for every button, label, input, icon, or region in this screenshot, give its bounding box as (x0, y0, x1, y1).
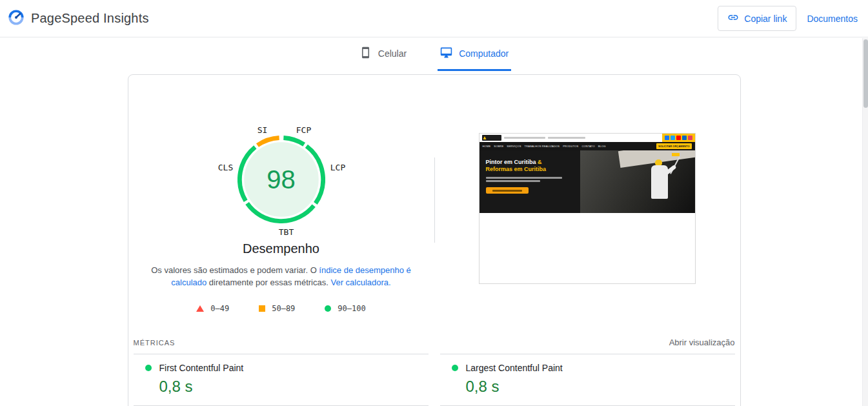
description-text-2: diretamente por essas métricas. (207, 278, 330, 287)
header-actions: Copiar link Documentos (718, 6, 858, 31)
youtube-icon (676, 136, 681, 140)
metrics-header: MÉTRICAS Abrir visualização (128, 338, 740, 347)
copy-link-label: Copiar link (744, 14, 787, 24)
hero-cta-button (486, 187, 529, 194)
text-placeholder-bar (492, 190, 522, 192)
legend-item-pass: 90–100 (325, 304, 365, 313)
tab-desktop[interactable]: Computador (438, 37, 511, 71)
performance-title: Desempenho (243, 241, 319, 256)
photo-painter-figure (649, 159, 678, 211)
tab-mobile[interactable]: Celular (357, 37, 409, 71)
legend-item-fail: 0–49 (196, 304, 229, 313)
metric-lcp: Largest Contentful Paint 0,8 s (440, 354, 735, 405)
twitter-icon (671, 136, 675, 140)
gauge-label-lcp: LCP (330, 163, 345, 172)
thumb-hero-text: Pintor em Curitiba & Reformas em Curitib… (486, 159, 562, 194)
hero-title-line1: Pintor em Curitiba (486, 159, 536, 165)
open-preview-link[interactable]: Abrir visualização (669, 338, 735, 347)
metric-name: First Contentful Paint (159, 363, 244, 373)
metric-value: 0,8 s (466, 378, 735, 396)
legend-fail-range: 0–49 (210, 304, 229, 313)
gauge-label-fcp: FCP (296, 125, 311, 135)
legend-item-average: 50–89 (259, 304, 295, 313)
gauge-label-cls: CLS (218, 163, 233, 172)
metric-fcp: First Contentful Paint 0,8 s (134, 354, 429, 405)
description-text-1: Os valores são estimados e podem variar.… (151, 265, 319, 275)
fail-triangle-icon (196, 305, 204, 312)
painter-body (651, 165, 668, 199)
scrollbar-thumb[interactable] (863, 39, 868, 108)
metrics-grid: First Contentful Paint 0,8 s Largest Con… (128, 354, 740, 406)
device-tabs: Celular Computador (0, 37, 868, 71)
thumb-hero: Pintor em Curitiba & Reformas em Curitib… (479, 150, 695, 213)
thumb-nav-item: BLOG (598, 145, 606, 148)
smartphone-icon (359, 46, 372, 61)
thumb-nav-item: TRABALHOS REALIZADOS (525, 145, 560, 148)
hero-subtext (486, 177, 562, 182)
thumb-nav-item: HOME (483, 145, 491, 148)
text-placeholder-bar (486, 177, 562, 179)
column-divider (434, 157, 435, 243)
pass-circle-icon (325, 305, 331, 312)
app-header: PageSpeed Insights Copiar link Documento… (0, 0, 868, 37)
linkedin-icon (682, 136, 687, 140)
thumb-nav-item: SERVIÇOS (507, 145, 521, 148)
legend-pass-range: 90–100 (338, 304, 365, 313)
screenshot-column: HOME SOBRE SERVIÇOS TRABALHOS REALIZADOS… (434, 125, 740, 313)
main-content: SI FCP CLS LCP TBT 98 Desempenho (0, 71, 868, 406)
gauge-label-si: SI (257, 125, 268, 135)
paint-roller (672, 153, 680, 156)
pass-dot-icon (452, 365, 458, 371)
report-card: SI FCP CLS LCP TBT 98 Desempenho (128, 74, 741, 406)
text-placeholder-bar (504, 137, 545, 139)
thumb-nav-item: CONTATO (581, 145, 594, 148)
thumb-navbar: HOME SOBRE SERVIÇOS TRABALHOS REALIZADOS… (479, 142, 695, 150)
performance-score: 98 (267, 165, 296, 194)
page-scrollbar[interactable] (862, 38, 868, 406)
metric-value: 0,8 s (159, 378, 429, 396)
pagespeed-logo-icon (8, 9, 25, 28)
tab-desktop-label: Computador (459, 48, 509, 59)
legend-average-range: 50–89 (272, 304, 295, 313)
average-square-icon (259, 305, 265, 312)
thumb-nav-item: SOBRE (494, 145, 503, 148)
brand[interactable]: PageSpeed Insights (8, 9, 149, 28)
performance-description: Os valores são estimados e podem variar.… (150, 264, 413, 289)
thumb-nav-cta-button: SOLICITAR ORÇAMENTO (656, 143, 692, 149)
copy-link-button[interactable]: Copiar link (718, 6, 796, 31)
app-title: PageSpeed Insights (31, 11, 149, 26)
gauge-column: SI FCP CLS LCP TBT 98 Desempenho (128, 125, 434, 313)
thumb-nav-item: PRODUTOS (563, 145, 578, 148)
thumb-social-strip (662, 134, 695, 142)
link-icon (727, 12, 739, 25)
text-placeholder-bar (486, 180, 540, 182)
desktop-icon (440, 46, 452, 61)
facebook-icon (665, 136, 669, 140)
tab-mobile-label: Celular (378, 48, 407, 59)
text-placeholder-bar (548, 137, 585, 139)
metric-name: Largest Contentful Paint (466, 363, 563, 373)
gauge-label-tbt: TBT (279, 227, 294, 237)
hero-title-amp: & (538, 159, 542, 165)
hero-title-line2: Reformas em Curitiba (486, 166, 562, 173)
metrics-heading: MÉTRICAS (134, 339, 176, 347)
documents-link[interactable]: Documentos (807, 14, 858, 24)
instagram-icon (688, 136, 692, 140)
thumb-topbar (479, 134, 695, 142)
see-calculator-link[interactable]: Ver calculadora. (330, 278, 390, 287)
score-legend: 0–49 50–89 90–100 (196, 304, 365, 313)
performance-gauge[interactable]: SI FCP CLS LCP TBT 98 (204, 125, 359, 239)
score-section: SI FCP CLS LCP TBT 98 Desempenho (128, 75, 740, 327)
site-screenshot-thumbnail[interactable]: HOME SOBRE SERVIÇOS TRABALHOS REALIZADOS… (479, 133, 696, 284)
thumb-site-logo (482, 135, 501, 141)
pass-dot-icon (145, 365, 152, 371)
thumb-painter-photo (580, 150, 695, 213)
